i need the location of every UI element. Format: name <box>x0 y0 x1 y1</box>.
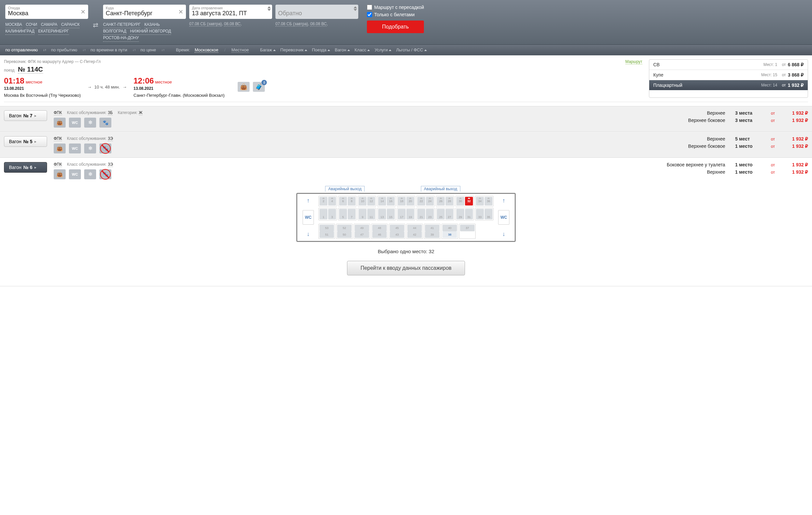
seat-12[interactable]: 12 <box>367 197 375 205</box>
seat-6[interactable]: 6 <box>339 197 347 205</box>
date-hint-link[interactable]: 07.08 СБ (завтра) <box>276 22 308 27</box>
transfer-checkbox-row[interactable]: Маршрут с пересадкой <box>367 5 424 10</box>
seat-17[interactable]: 17 <box>398 209 406 219</box>
date-input[interactable]: Дата отправления 13 августа 2021, ПТ <box>189 5 272 19</box>
luggage-icon[interactable]: 🧳8 <box>253 82 265 92</box>
seat-9[interactable]: 9 <box>358 209 367 219</box>
seat-36[interactable]: 36 <box>485 197 493 205</box>
seat-43[interactable]: 43 <box>390 231 404 238</box>
wagon-button-6[interactable]: Вагон № 6 ▸ <box>4 162 47 173</box>
wagon-button-5[interactable]: Вагон № 5 ▸ <box>4 136 47 147</box>
to-input[interactable]: Куда Санкт-Петербург ✕ <box>103 5 186 19</box>
filter-baggage[interactable]: Багаж <box>260 48 276 53</box>
seat-4[interactable]: 4 <box>328 197 336 205</box>
sort-duration[interactable]: по времени в пути <box>90 48 127 53</box>
seat-48[interactable]: 48 <box>372 225 387 231</box>
seat-42[interactable]: 42 <box>407 231 422 238</box>
seat-44[interactable]: 44 <box>407 225 422 231</box>
return-down-icon[interactable] <box>354 9 357 11</box>
route-link[interactable]: Маршрут <box>626 59 642 64</box>
seat-23[interactable]: 23 <box>426 209 434 219</box>
seat-26[interactable]: 26 <box>437 197 445 205</box>
seat-24[interactable]: 24 <box>426 197 434 205</box>
swap-icon[interactable]: ⇄ <box>91 21 100 29</box>
seat-33[interactable]: 33 <box>476 209 484 219</box>
seat-27[interactable]: 27 <box>445 209 454 219</box>
return-up-icon[interactable] <box>354 6 357 8</box>
date-up-icon[interactable] <box>267 6 271 8</box>
baggage-icon[interactable]: 👜 <box>238 82 250 92</box>
date-hint-link[interactable]: 08.08 ВС <box>310 22 327 27</box>
return-input[interactable]: Обратно <box>276 5 358 19</box>
sort-price[interactable]: по цене <box>141 48 156 53</box>
filter-class[interactable]: Класс <box>355 48 370 53</box>
tickets-checkbox[interactable] <box>367 12 372 17</box>
from-input[interactable]: Откуда Москва ✕ <box>5 5 88 19</box>
search-button[interactable]: Подобрать <box>367 21 424 33</box>
quick-link[interactable]: ВОЛГОГРАД <box>103 28 126 35</box>
seat-46[interactable]: 46 <box>372 231 387 238</box>
seat-28[interactable]: 28 <box>445 197 454 205</box>
seat-34[interactable]: 34 <box>476 197 484 205</box>
seat-8[interactable]: 8 <box>348 197 356 205</box>
transfer-checkbox[interactable] <box>367 5 372 10</box>
class-row-platskart[interactable]: Плацкартный Мест: 14 от 1 932 ₽ <box>649 80 808 90</box>
filter-services[interactable]: Услуги <box>375 48 392 53</box>
wagon-button-7[interactable]: Вагон № 7 ▸ <box>4 110 47 121</box>
seat-21[interactable]: 21 <box>417 209 425 219</box>
seat-47[interactable]: 47 <box>355 231 369 238</box>
filter-wagon[interactable]: Вагон <box>335 48 350 53</box>
clear-from-icon[interactable]: ✕ <box>81 8 86 16</box>
date-hint-link[interactable]: 07.08 СБ (завтра) <box>189 22 222 27</box>
seat-30[interactable]: 30 <box>456 197 464 205</box>
quick-link[interactable]: РОСТОВ-НА-ДОНУ <box>103 35 139 41</box>
filter-benefits[interactable]: Льготы / ФСС <box>396 48 427 53</box>
quick-link[interactable]: КАЛИНИНГРАД <box>5 28 34 35</box>
sort-departure[interactable]: по отправлению <box>5 48 38 53</box>
filter-carrier[interactable]: Перевозчик <box>280 48 307 53</box>
date-down-icon[interactable] <box>267 9 271 11</box>
train-number[interactable]: № 114С <box>18 66 43 74</box>
seat-38[interactable]: 38 <box>442 231 457 238</box>
quick-link[interactable]: САНКТ-ПЕТЕРБУРГ <box>103 22 141 28</box>
proceed-button[interactable]: Перейти к вводу данных пассажиров <box>347 261 465 276</box>
class-row-coupe[interactable]: Купе Мест: 15 от 3 868 ₽ <box>649 70 808 80</box>
seat-22[interactable]: 22 <box>417 197 425 205</box>
seat-37[interactable]: 37 <box>460 225 474 231</box>
time-local[interactable]: Местное <box>231 48 249 53</box>
seat-18[interactable]: 18 <box>398 197 406 205</box>
quick-link[interactable]: СОЧИ <box>26 22 37 28</box>
seat-40[interactable]: 40 <box>442 225 457 231</box>
seat-49[interactable]: 49 <box>355 225 369 231</box>
seat-11[interactable]: 11 <box>367 209 375 219</box>
seat-5[interactable]: 5 <box>339 209 347 219</box>
seat-35[interactable]: 35 <box>485 209 493 219</box>
seat-20[interactable]: 20 <box>406 197 414 205</box>
date-hint-link[interactable]: 08.08 ВС <box>224 22 241 27</box>
seat-13[interactable]: 13 <box>378 209 386 219</box>
seat-29[interactable]: 29 <box>456 209 464 219</box>
quick-link[interactable]: САМАРА <box>41 22 57 28</box>
quick-link[interactable]: САРАНСК <box>61 22 80 28</box>
seat-1[interactable]: 1 <box>319 209 327 219</box>
seat-7[interactable]: 7 <box>348 209 356 219</box>
quick-link[interactable]: КАЗАНЬ <box>144 22 160 28</box>
seat-53[interactable]: 53 <box>319 225 334 231</box>
tickets-checkbox-row[interactable]: Только с билетами <box>367 12 424 17</box>
time-moscow[interactable]: Московское <box>195 48 218 53</box>
seat-32[interactable]: 32 <box>465 197 473 205</box>
seat-39[interactable]: 39 <box>425 231 439 238</box>
quick-link[interactable]: ЕКАТЕРИНБУРГ <box>38 28 68 35</box>
seat-31[interactable]: 31 <box>465 209 473 219</box>
seat-10[interactable]: 10 <box>358 197 367 205</box>
seat-25[interactable]: 25 <box>437 209 445 219</box>
seat-51[interactable]: 51 <box>319 231 334 238</box>
seat-50[interactable]: 50 <box>337 231 352 238</box>
seat-14[interactable]: 14 <box>378 197 386 205</box>
seat-2[interactable]: 2 <box>319 197 327 205</box>
quick-link[interactable]: МОСКВА <box>5 22 22 28</box>
clear-to-icon[interactable]: ✕ <box>178 8 183 16</box>
class-row-sv[interactable]: СВ Мест: 1 от 6 868 ₽ <box>649 60 808 70</box>
quick-link[interactable]: НИЖНИЙ НОВГОРОД <box>130 28 171 35</box>
seat-19[interactable]: 19 <box>406 209 414 219</box>
